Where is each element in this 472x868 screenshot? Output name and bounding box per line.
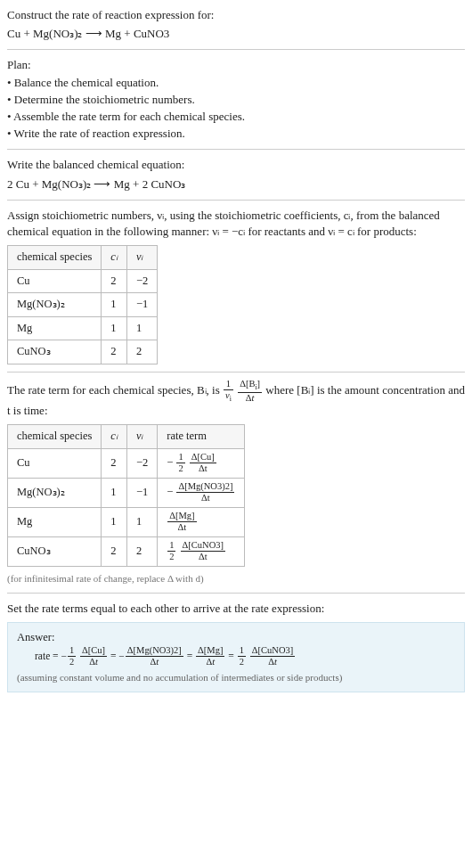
cell-vi: 1	[126, 316, 157, 340]
cell-species: Mg(NO₃)₂	[8, 293, 102, 317]
table-header-row: chemical species cᵢ νᵢ rate term	[8, 425, 245, 449]
col-vi: νᵢ	[126, 425, 157, 449]
cell-vi: 2	[126, 536, 157, 566]
cell-vi: −1	[126, 478, 157, 507]
cell-species: CuNO₃	[8, 536, 102, 566]
table-row: CuNO₃ 2 2	[8, 340, 158, 364]
cell-rate: Δ[Mg]Δt	[158, 507, 245, 536]
cell-ci: 1	[102, 293, 127, 317]
divider	[7, 49, 465, 50]
col-ci: cᵢ	[102, 425, 127, 449]
cell-vi: −2	[126, 269, 157, 293]
cell-rate: − Δ[Mg(NO3)2]Δt	[158, 478, 245, 507]
answer-hint: (assuming constant volume and no accumul…	[17, 671, 455, 684]
cell-vi: −1	[126, 293, 157, 317]
cell-species: Mg(NO₃)₂	[8, 478, 102, 507]
cell-vi: 2	[126, 340, 157, 364]
cell-species: Mg	[8, 507, 102, 536]
answer-expression: rate = −12 Δ[Cu]Δt = −Δ[Mg(NO3)2]Δt = Δ[…	[17, 646, 455, 667]
final-heading: Set the rate terms equal to each other t…	[7, 601, 465, 617]
plan-item: • Write the rate of reaction expression.	[7, 126, 465, 142]
assign-text: Assign stoichiometric numbers, νᵢ, using…	[7, 208, 465, 240]
rateterm-section: The rate term for each chemical species,…	[7, 380, 465, 586]
plan-item: • Assemble the rate term for each chemic…	[7, 109, 465, 125]
cell-ci: 1	[102, 507, 127, 536]
table-row: Cu 2 −2 − 12 Δ[Cu]Δt	[8, 448, 245, 478]
assign-table: chemical species cᵢ νᵢ Cu 2 −2 Mg(NO₃)₂ …	[7, 245, 158, 364]
col-vi: νᵢ	[126, 246, 157, 270]
cell-species: Mg	[8, 316, 102, 340]
cell-ci: 2	[102, 448, 127, 478]
table-row: CuNO₃ 2 2 12 Δ[CuNO3]Δt	[8, 536, 245, 566]
cell-ci: 2	[102, 536, 127, 566]
table-header-row: chemical species cᵢ νᵢ	[8, 246, 158, 270]
table-row: Cu 2 −2	[8, 269, 158, 293]
divider	[7, 372, 465, 373]
cell-ci: 2	[102, 340, 127, 364]
final-section: Set the rate terms equal to each other t…	[7, 601, 465, 692]
col-species: chemical species	[8, 246, 102, 270]
plan-item: • Determine the stoichiometric numbers.	[7, 92, 465, 108]
col-species: chemical species	[8, 425, 102, 449]
inline-frac: 1νi	[224, 380, 233, 403]
answer-box: Answer: rate = −12 Δ[Cu]Δt = −Δ[Mg(NO3)2…	[7, 622, 465, 692]
divider	[7, 593, 465, 594]
rateterm-text-a: The rate term for each chemical species,…	[7, 383, 223, 397]
answer-label: Answer:	[17, 630, 455, 646]
inline-frac: Δ[Bi]Δt	[238, 380, 262, 403]
intro-equation: Cu + Mg(NO₃)₂ ⟶ Mg + CuNO3	[7, 26, 465, 42]
plan-heading: Plan:	[7, 57, 465, 73]
cell-rate: − 12 Δ[Cu]Δt	[158, 448, 245, 478]
table-row: Mg(NO₃)₂ 1 −1	[8, 293, 158, 317]
assign-section: Assign stoichiometric numbers, νᵢ, using…	[7, 208, 465, 364]
col-ci: cᵢ	[102, 246, 127, 270]
plan-item: • Balance the chemical equation.	[7, 75, 465, 91]
divider	[7, 149, 465, 150]
table-row: Mg(NO₃)₂ 1 −1 − Δ[Mg(NO3)2]Δt	[8, 478, 245, 507]
balanced-section: Write the balanced chemical equation: 2 …	[7, 157, 465, 192]
cell-ci: 1	[102, 478, 127, 507]
table-row: Mg 1 1	[8, 316, 158, 340]
cell-species: Cu	[8, 448, 102, 478]
col-rate: rate term	[158, 425, 245, 449]
cell-vi: 1	[126, 507, 157, 536]
table-row: Mg 1 1 Δ[Mg]Δt	[8, 507, 245, 536]
rateterm-note: (for infinitesimal rate of change, repla…	[7, 572, 465, 585]
plan-section: Plan: • Balance the chemical equation. •…	[7, 57, 465, 142]
intro-section: Construct the rate of reaction expressio…	[7, 7, 465, 42]
cell-species: CuNO₃	[8, 340, 102, 364]
balanced-equation: 2 Cu + Mg(NO₃)₂ ⟶ Mg + 2 CuNO₃	[7, 176, 465, 192]
cell-ci: 2	[102, 269, 127, 293]
cell-ci: 1	[102, 316, 127, 340]
intro-title: Construct the rate of reaction expressio…	[7, 7, 465, 23]
cell-rate: 12 Δ[CuNO3]Δt	[158, 536, 245, 566]
cell-species: Cu	[8, 269, 102, 293]
rateterm-table: chemical species cᵢ νᵢ rate term Cu 2 −2…	[7, 424, 245, 567]
balanced-heading: Write the balanced chemical equation:	[7, 157, 465, 173]
divider	[7, 200, 465, 201]
cell-vi: −2	[126, 448, 157, 478]
